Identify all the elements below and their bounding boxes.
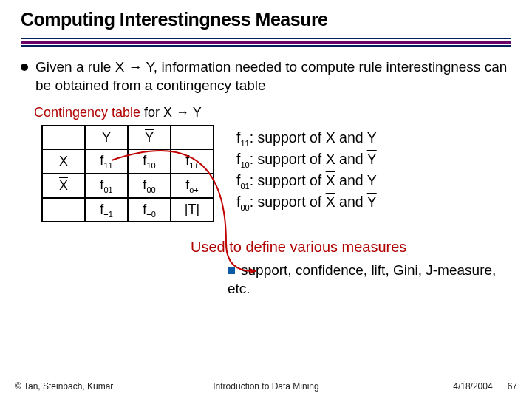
contingency-table: Y Y X f11 f10 f1+ X f01 f00 fo+ [41, 125, 214, 222]
ct-r2c0: X [42, 174, 85, 198]
ct-h0 [42, 126, 85, 149]
ct-r3c1: f+1 [85, 198, 128, 222]
ct-r3c3: |T| [171, 198, 214, 222]
ct-h2: Y [128, 126, 171, 149]
table-caption: Contingency table for X → Y [34, 105, 511, 120]
caption-suffix: for X → Y [140, 105, 202, 120]
ct-r1c1: f11 [85, 149, 128, 174]
ct-r2c1: f01 [85, 174, 128, 198]
legend-row-3: f00: support of X and Y [236, 192, 377, 214]
ct-r1c2: f10 [128, 149, 171, 174]
slide-footer: © Tan, Steinbach, Kumar Introduction to … [0, 381, 532, 392]
ct-r2c3: fo+ [171, 174, 214, 198]
used-to-define: Used to define various measures [191, 239, 511, 256]
measures-list: support, confidence, lift, Gini, J-measu… [228, 262, 508, 298]
measures-text: support, confidence, lift, Gini, J-measu… [228, 262, 496, 296]
bullet-icon [21, 64, 28, 71]
ct-r1c3: f1+ [171, 149, 214, 174]
legend: f11: support of X and Y f10: support of … [236, 125, 377, 213]
ct-r3c2: f+0 [128, 198, 171, 222]
title-underline [21, 38, 511, 47]
legend-row-0: f11: support of X and Y [236, 128, 377, 149]
ct-h1: Y [85, 126, 128, 149]
ct-r3c0 [42, 198, 85, 222]
bullet-text: Given a rule X → Y, information needed t… [35, 58, 511, 95]
slide-title: Computing Interestingness Measure [21, 9, 511, 30]
legend-row-2: f01: support of X and Y [236, 171, 377, 192]
bullet-main: Given a rule X → Y, information needed t… [21, 58, 511, 95]
ct-r1c0: X [42, 149, 85, 174]
ct-h3 [171, 126, 214, 149]
legend-row-1: f10: support of X and Y [236, 149, 377, 171]
caption-prefix: Contingency table [34, 105, 140, 120]
footer-center: Introduction to Data Mining [0, 381, 532, 392]
square-bullet-icon [228, 267, 235, 274]
ct-r2c2: f00 [128, 174, 171, 198]
